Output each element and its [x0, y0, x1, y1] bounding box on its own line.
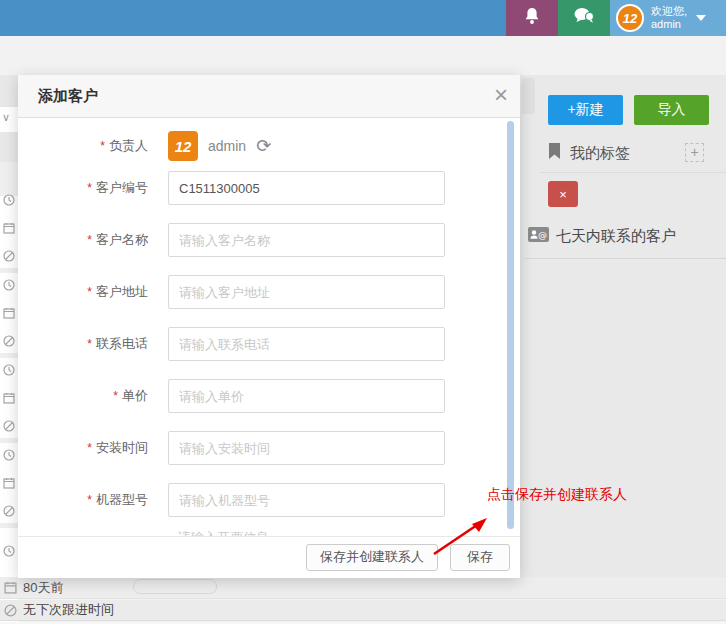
field-label: *单价	[18, 387, 148, 405]
customer-number-input[interactable]	[168, 171, 445, 205]
field-row-customer-number: *客户编号	[18, 171, 520, 205]
field-label: *客户地址	[18, 283, 148, 301]
list-item: 8	[3, 305, 18, 321]
list-item: 无	[3, 503, 18, 519]
field-row-contact-phone: *联系电话	[18, 327, 520, 361]
list-item: 无	[3, 418, 18, 434]
new-customer-button[interactable]: +新建	[548, 95, 623, 125]
app-window: 12 欢迎您, admin ∨ 2 8 无 2 8 无 2 8 无 2 8	[0, 0, 726, 624]
import-button[interactable]: 导入	[634, 95, 709, 125]
next-followup-text: 无下次跟进时间	[23, 601, 114, 619]
required-marker: *	[113, 389, 118, 403]
list-divider	[0, 132, 18, 162]
required-marker: *	[87, 493, 92, 507]
notifications-button[interactable]	[506, 0, 558, 36]
save-and-create-contact-button[interactable]: 保存并创建联系人	[306, 544, 438, 571]
clipped-next-field-placeholder: 请输入开票信息	[178, 529, 269, 536]
welcome-username: admin	[651, 18, 687, 31]
followup-age-text: 80天前	[23, 579, 63, 597]
recent-contacts-title: 七天内联系的客户	[556, 227, 676, 246]
contacts-icon: @	[528, 226, 549, 247]
calendar-icon	[4, 581, 17, 594]
messages-button[interactable]	[558, 0, 610, 36]
list-item: 无	[3, 333, 18, 349]
field-label: *安装时间	[18, 439, 148, 457]
list-item: 2	[3, 447, 18, 463]
my-tags-header: 我的标签 +	[548, 141, 716, 165]
tag-delete-button[interactable]: ×	[548, 181, 578, 207]
owner-row: *负责人 12 admin ⟳	[18, 129, 520, 163]
list-divider	[0, 438, 18, 443]
field-row-customer-name: *客户名称	[18, 223, 520, 257]
list-divider	[0, 523, 18, 528]
field-row-install-time: *安装时间	[18, 431, 520, 465]
list-item: 2	[3, 192, 18, 208]
welcome-text: 欢迎您, admin	[651, 5, 687, 31]
required-marker: *	[87, 441, 92, 455]
list-item: 2	[3, 543, 18, 559]
list-item: 8	[3, 220, 18, 236]
owner-avatar: 12	[168, 131, 198, 161]
my-tags-title: 我的标签	[570, 144, 630, 163]
topbar: 12 欢迎您, admin	[0, 0, 726, 36]
field-label: *机器型号	[18, 491, 148, 509]
dimmed-button-outline	[133, 579, 217, 594]
modal-header: 添加客户 ×	[18, 75, 520, 118]
required-marker: *	[87, 337, 92, 351]
brand-logo-icon: 12	[616, 4, 644, 32]
ban-icon	[4, 604, 17, 617]
unit-price-input[interactable]	[168, 379, 445, 413]
field-label: *负责人	[18, 137, 148, 155]
owner-value: 12 admin ⟳	[168, 131, 271, 161]
list-item: 2	[3, 277, 18, 293]
list-item: 8	[3, 475, 18, 491]
annotation-text: 点击保存并创建联系人	[487, 486, 627, 504]
list-item-next-followup: 无下次跟进时间	[0, 600, 726, 621]
modal-body: *负责人 12 admin ⟳ *客户编号 *客户名称 *客户地址	[18, 118, 520, 536]
list-divider	[0, 353, 18, 358]
machine-model-input[interactable]	[168, 483, 445, 517]
background-list-strip: ∨ 2 8 无 2 8 无 2 8 无 2 8 无 2	[0, 75, 18, 624]
field-label: *客户名称	[18, 231, 148, 249]
page-background-band	[0, 36, 726, 75]
required-marker: *	[87, 233, 92, 247]
chevron-down-icon[interactable]: ∨	[2, 111, 10, 124]
list-divider	[0, 162, 18, 196]
contact-phone-input[interactable]	[168, 327, 445, 361]
close-icon[interactable]: ×	[494, 81, 508, 109]
owner-name: admin	[208, 138, 246, 154]
field-label: *客户编号	[18, 179, 148, 197]
sidebar-divider	[540, 172, 726, 173]
required-marker: *	[87, 181, 92, 195]
list-item: 2	[3, 362, 18, 378]
welcome-line1: 欢迎您,	[651, 5, 687, 18]
list-divider	[0, 75, 18, 107]
close-icon: ×	[559, 187, 567, 202]
recent-contacts-section[interactable]: @ 七天内联系的客户	[528, 225, 726, 247]
brand-logo-text: 12	[623, 11, 637, 26]
modal-title: 添加客户	[38, 87, 98, 106]
list-item: 无	[3, 248, 18, 264]
user-menu[interactable]: 12 欢迎您, admin	[610, 0, 726, 36]
list-item: 8	[3, 390, 18, 406]
add-customer-modal: 添加客户 × *负责人 12 admin ⟳ *客户编号 *客户名称	[18, 75, 520, 578]
required-marker: *	[100, 139, 105, 153]
field-row-unit-price: *单价	[18, 379, 520, 413]
required-marker: *	[87, 285, 92, 299]
list-item-followup-age: 80天前	[0, 577, 726, 599]
install-time-input[interactable]	[168, 431, 445, 465]
field-row-customer-address: *客户地址	[18, 275, 520, 309]
list-divider	[0, 268, 18, 273]
modal-scrollbar[interactable]	[507, 121, 514, 529]
annotation-arrow-icon	[428, 512, 492, 558]
sidebar-divider	[525, 258, 726, 259]
customer-name-input[interactable]	[168, 223, 445, 257]
svg-text:@: @	[538, 229, 547, 239]
bell-icon	[522, 7, 542, 30]
refresh-icon[interactable]: ⟳	[256, 137, 271, 155]
bookmark-icon	[548, 143, 561, 164]
field-label: *联系电话	[18, 335, 148, 353]
caret-down-icon	[696, 15, 706, 21]
customer-address-input[interactable]	[168, 275, 445, 309]
add-tag-button[interactable]: +	[685, 143, 704, 162]
